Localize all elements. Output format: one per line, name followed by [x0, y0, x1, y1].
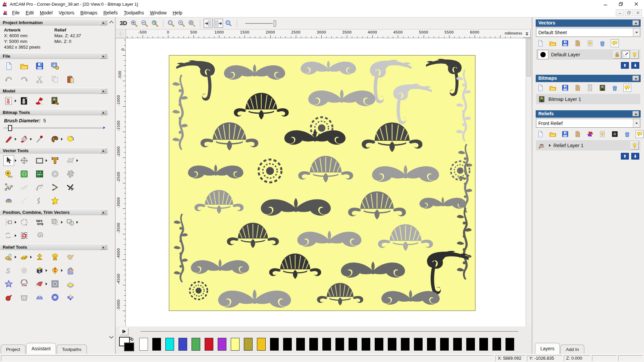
all-bulbs-button[interactable] [611, 39, 619, 47]
new-file-button[interactable] [3, 61, 14, 71]
pan-right-toggle-button[interactable] [214, 19, 223, 28]
shape-editor-button[interactable] [3, 252, 14, 262]
add-relief-button[interactable] [19, 252, 30, 262]
layer-visibility-button[interactable] [631, 141, 639, 149]
slider-handle[interactable] [8, 125, 12, 131]
vertical-scrollbar[interactable] [526, 38, 532, 326]
palette-swatch-21[interactable] [414, 338, 423, 351]
zoom-box-button[interactable] [167, 19, 176, 28]
bitmap-to-relief-button[interactable] [3, 96, 14, 106]
close-button[interactable] [629, 0, 644, 8]
collapse-button[interactable] [633, 76, 639, 81]
flyout-arrow-icon[interactable] [15, 256, 16, 258]
slider-handle[interactable] [274, 20, 276, 27]
artwork-canvas[interactable] [126, 38, 526, 326]
flood-select-button[interactable] [65, 134, 76, 144]
polyline-button[interactable] [3, 182, 14, 193]
flyout-arrow-icon[interactable] [30, 138, 32, 140]
tab-project[interactable]: Project [1, 345, 25, 354]
palette-swatch-3[interactable] [178, 338, 187, 351]
menu-window[interactable]: Window [147, 9, 170, 16]
subtract-shape-button[interactable] [50, 252, 60, 262]
toggle-bulb-button[interactable] [586, 39, 594, 47]
palette-swatch-6[interactable] [218, 338, 226, 351]
paste-array-button[interactable] [65, 169, 76, 179]
palette-swatch-8[interactable] [244, 338, 253, 351]
layer-lock-button[interactable] [613, 51, 621, 59]
brush-diameter-slider[interactable] [3, 125, 103, 131]
flyout-arrow-icon[interactable] [76, 159, 78, 162]
vector-layer-row[interactable]: Default Layer [536, 49, 640, 60]
menu-bitmaps[interactable]: Bitmaps [77, 9, 101, 16]
dropdown-button[interactable] [633, 28, 640, 37]
save-file-button[interactable] [561, 130, 569, 138]
measure-button[interactable] [3, 169, 14, 179]
palette-swatch-20[interactable] [401, 338, 410, 351]
flyout-arrow-icon[interactable] [61, 221, 63, 224]
load-image-button[interactable] [50, 96, 60, 106]
zoom-previous-button[interactable] [151, 19, 160, 28]
options-button[interactable] [50, 61, 60, 71]
expand-layer-icon[interactable] [549, 144, 551, 147]
emboss-button[interactable] [50, 279, 60, 289]
open-file-button[interactable] [549, 39, 557, 47]
flyout-arrow-icon[interactable] [61, 138, 63, 140]
smooth-relief-button[interactable] [3, 292, 14, 303]
toggle-bulb-button[interactable] [598, 130, 606, 138]
palette-swatch-4[interactable] [192, 338, 200, 351]
redo-button[interactable] [19, 74, 30, 85]
text-block-button[interactable] [34, 169, 45, 179]
weave-button[interactable] [19, 265, 30, 276]
palette-swatch-9[interactable] [257, 338, 266, 351]
trim-scissors-button[interactable] [65, 182, 76, 193]
render-lighting-button[interactable] [34, 96, 45, 106]
text-button[interactable] [50, 155, 60, 166]
view-zoom-slider[interactable] [245, 20, 276, 27]
group-button[interactable] [50, 217, 60, 228]
toggle-3d-view-button[interactable]: 3D [119, 20, 128, 27]
transform-button[interactable] [19, 155, 30, 166]
palette-button[interactable] [50, 134, 60, 144]
save-file-button[interactable] [561, 39, 569, 47]
multi-shape-button[interactable] [65, 292, 76, 303]
palette-swatch-27[interactable] [492, 338, 501, 351]
palette-swatch-1[interactable] [152, 338, 161, 351]
minimize-button[interactable] [598, 0, 613, 8]
zoom-disabled-button[interactable] [187, 19, 197, 28]
secondary-colour-swatch[interactable] [124, 343, 134, 351]
menu-toolpaths[interactable]: Toolpaths [121, 9, 147, 16]
offset-relief-button[interactable] [65, 279, 76, 289]
arc-button[interactable] [34, 182, 45, 193]
basket-weave-button[interactable] [19, 292, 30, 303]
select-button[interactable] [3, 155, 14, 166]
paint-button[interactable] [3, 134, 14, 144]
collapse-button[interactable] [100, 20, 106, 25]
collapse-button[interactable] [633, 20, 639, 25]
flyout-arrow-icon[interactable] [76, 221, 78, 224]
delete-button[interactable] [623, 130, 631, 138]
collapse-button[interactable] [633, 111, 639, 116]
fan-shape-button[interactable] [34, 279, 45, 289]
mdi-close-button[interactable] [634, 9, 642, 16]
zoom-out-button[interactable] [140, 19, 149, 28]
blank-page-button[interactable] [586, 84, 594, 92]
flyout-arrow-icon[interactable] [30, 256, 32, 258]
palette-swatch-2[interactable] [165, 338, 174, 351]
colour-picker-button[interactable] [34, 134, 45, 144]
layer-snap-button[interactable] [622, 51, 630, 59]
palette-swatch-26[interactable] [479, 338, 488, 351]
save-file-button[interactable] [34, 61, 45, 71]
palette-swatch-25[interactable] [466, 338, 475, 351]
tab-add-in[interactable]: Add In [560, 345, 584, 354]
save-file-button[interactable] [561, 84, 569, 92]
menu-reliefs[interactable]: Reliefs [100, 9, 121, 16]
merge-shape-button[interactable] [65, 252, 76, 262]
node-editing-button[interactable] [19, 169, 30, 179]
restore-button[interactable] [613, 0, 629, 8]
new-file-button[interactable] [536, 84, 544, 92]
panel-scroll-down-icon[interactable] [109, 335, 114, 339]
palette-swatch-19[interactable] [388, 338, 396, 351]
palette-swatch-22[interactable] [427, 338, 436, 351]
merge-button[interactable] [574, 84, 582, 92]
zoom-in-button[interactable] [130, 19, 139, 28]
